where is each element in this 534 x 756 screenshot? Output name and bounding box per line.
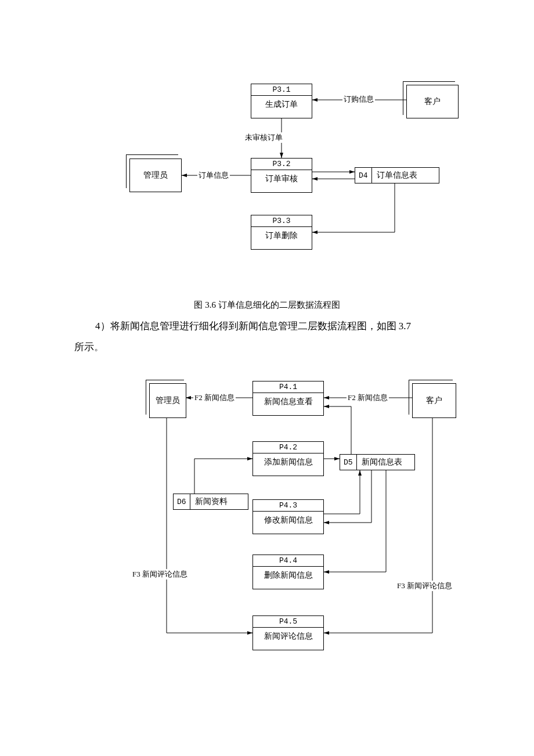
entity-admin2-label: 管理员 [156,395,180,406]
process-p43-name: 修改新闻信息 [253,512,323,529]
process-p42-code: P4.2 [253,442,323,453]
flow-f2b: F2 新闻信息 [347,393,389,403]
datastore-d6: D6 新闻资料 [173,494,248,510]
entity-customer: 客户 [406,85,459,118]
process-p32-code: P3.2 [251,159,312,170]
page: 客户 P3.1 生成订单 管理员 P3.2 订单审核 D4 订单信息表 P3.3… [0,0,534,756]
datastore-d4-code: D4 [355,168,372,183]
process-p43-code: P4.3 [253,500,323,512]
process-p45-code: P4.5 [253,616,323,628]
flow-f2a: F2 新闻信息 [193,393,236,403]
process-p31-code: P3.1 [251,84,312,96]
process-p32-name: 订单审核 [251,170,312,188]
process-p41-name: 新闻信息查看 [253,393,323,411]
process-p31-name: 生成订单 [251,96,312,113]
process-p33-name: 订单删除 [251,227,312,244]
body-line2: 所示。 [74,338,104,357]
datastore-d6-code: D6 [174,494,190,509]
process-p33-code: P3.3 [251,215,312,227]
flow-unreviewed: 未审核订单 [244,132,284,143]
process-p31: P3.1 生成订单 [251,84,312,118]
entity-customer2: 客户 [412,383,456,418]
datastore-d5: D5 新闻信息表 [340,454,415,470]
datastore-d4-name: 订单信息表 [372,168,422,183]
process-p41: P4.1 新闻信息查看 [252,381,324,416]
entity-admin: 管理员 [129,159,182,192]
entity-admin2: 管理员 [149,383,186,418]
datastore-d6-name: 新闻资料 [190,494,232,509]
process-p44: P4.4 删除新闻信息 [252,555,324,589]
flow-order-info-in: 订购信息 [342,94,375,105]
process-p42-name: 添加新闻信息 [253,453,323,471]
process-p42: P4.2 添加新闻信息 [252,441,324,476]
diagram1-caption: 图 3.6 订单信息细化的二层数据流程图 [0,300,534,311]
process-p45-name: 新闻评论信息 [253,628,323,645]
entity-admin-label: 管理员 [143,170,168,181]
flow-order-info-out: 订单信息 [197,170,230,181]
process-p44-name: 删除新闻信息 [253,567,323,584]
process-p41-code: P4.1 [253,381,323,393]
datastore-d5-name: 新闻信息表 [357,455,407,470]
entity-customer-label: 客户 [424,96,441,107]
process-p44-code: P4.4 [253,555,323,567]
datastore-d5-code: D5 [340,455,357,470]
flow-f3b: F3 新闻评论信息 [396,581,453,591]
process-p43: P4.3 修改新闻信息 [252,499,324,534]
process-p45: P4.5 新闻评论信息 [252,615,324,650]
process-p33: P3.3 订单删除 [251,215,312,250]
datastore-d4: D4 订单信息表 [355,167,439,183]
body-line1: 4）将新闻信息管理进行细化得到新闻信息管理二层数据流程图，如图 3.7 [95,317,411,336]
process-p32: P3.2 订单审核 [251,158,312,193]
flow-f3a: F3 新闻评论信息 [131,569,189,579]
entity-customer2-label: 客户 [426,395,442,406]
